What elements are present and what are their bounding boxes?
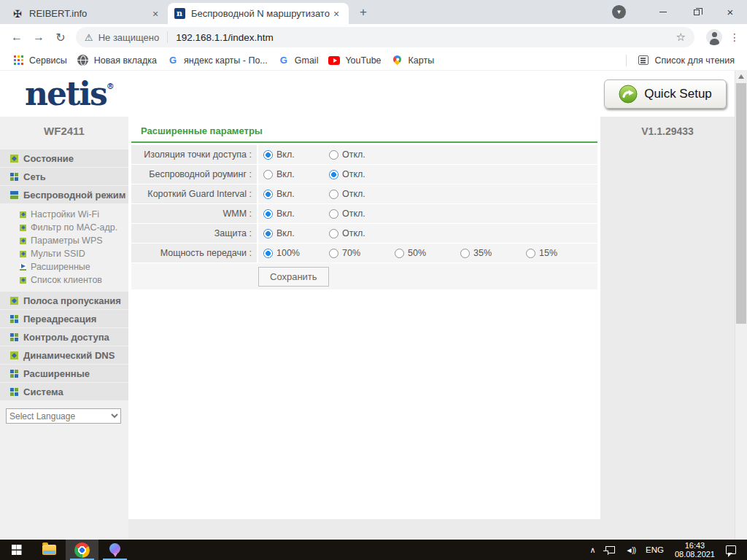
radio-selected-icon[interactable] (263, 209, 273, 219)
radio-selected-icon[interactable] (263, 249, 273, 258)
save-button[interactable]: Сохранить (258, 267, 329, 287)
radio-selected-icon[interactable] (263, 190, 273, 199)
radio-unselected-icon[interactable] (329, 209, 338, 219)
bookmark-maps[interactable]: Карты (387, 52, 440, 69)
bookmark-gmail[interactable]: G Gmail (273, 52, 324, 69)
browser-menu-icon[interactable]: ⋮ (729, 31, 740, 43)
setting-label: Короткий Guard Interval : (131, 184, 257, 203)
volume-icon[interactable]: ◄)) (620, 540, 640, 560)
sidebar-item[interactable]: Переадресация (0, 310, 128, 327)
clock[interactable]: 16:43 08.08.2021 (669, 541, 721, 559)
radio-option[interactable]: Вкл. (263, 209, 329, 219)
sidebar-item[interactable]: Сеть (0, 168, 128, 185)
address-bar[interactable]: ⚠ Не защищено 192.168.1.1/index.htm ☆ (76, 27, 694, 47)
radio-option[interactable]: Откл. (329, 149, 395, 160)
tab-close-icon[interactable]: × (149, 7, 162, 20)
language-select[interactable]: Select Language (6, 408, 121, 424)
tray-chevron-icon[interactable]: ∧ (584, 540, 600, 560)
restore-button[interactable] (680, 0, 713, 24)
radio-option[interactable]: Откл. (329, 189, 395, 199)
radio-selected-icon[interactable] (329, 170, 338, 179)
security-label[interactable]: Не защищено (98, 32, 160, 43)
action-center-icon[interactable] (721, 540, 741, 560)
page-scrollbar[interactable] (735, 71, 747, 540)
bookmark-star-icon[interactable]: ☆ (676, 31, 686, 44)
tab-router-active[interactable]: n Беспроводной N маршрутизатор × (168, 3, 349, 24)
radio-option[interactable]: 15% (526, 248, 592, 258)
setting-label: WMM : (131, 204, 257, 223)
radio-option[interactable]: Вкл. (263, 149, 329, 160)
sidebar-subitem[interactable]: Настройки Wi-Fi (0, 208, 128, 221)
diamond-icon (20, 225, 26, 231)
radio-option[interactable]: Вкл. (263, 189, 329, 199)
bookmark-yandex-maps[interactable]: G яндекс карты - По... (162, 52, 273, 69)
browser-update-icon[interactable]: ▼ (612, 5, 626, 19)
back-icon[interactable]: ← (6, 31, 28, 44)
radio-unselected-icon[interactable] (263, 170, 273, 179)
bookmark-new-tab[interactable]: Новая вкладка (72, 52, 162, 69)
radio-option[interactable]: 35% (460, 248, 526, 258)
address-divider (167, 31, 168, 43)
sidebar-item[interactable]: Состояние (0, 149, 128, 167)
tab-close-icon[interactable]: × (330, 7, 343, 20)
radio-option[interactable]: Вкл. (263, 228, 329, 238)
sidebar-item[interactable]: Контроль доступа (0, 328, 128, 346)
router-model: WF2411 (0, 117, 128, 149)
input-language[interactable]: ENG (640, 540, 669, 560)
close-button[interactable]: × (713, 0, 747, 24)
bars-icon (10, 191, 18, 199)
reading-list-icon (638, 55, 649, 66)
radio-unselected-icon[interactable] (329, 190, 338, 199)
sidebar-subitem[interactable]: Параметры WPS (0, 234, 128, 247)
not-secure-warning-icon[interactable]: ⚠ (85, 32, 93, 43)
bookmark-services[interactable]: Сервисы (7, 52, 72, 69)
radio-option[interactable]: 70% (329, 248, 395, 258)
file-explorer-button[interactable] (33, 540, 66, 560)
url-text[interactable]: 192.168.1.1/index.htm (176, 32, 676, 43)
sidebar-subitem[interactable]: Список клиентов (0, 273, 128, 287)
tab-reibert[interactable]: ✠ REIBERT.info × (6, 3, 168, 24)
sidebar-item[interactable]: Система (0, 383, 128, 400)
radio-option[interactable]: Откл. (329, 169, 395, 179)
bookmark-label: яндекс карты - По... (184, 55, 268, 66)
radio-unselected-icon[interactable] (460, 249, 470, 258)
radio-unselected-icon[interactable] (526, 249, 535, 258)
scrollbar-thumb[interactable] (736, 83, 746, 324)
scroll-up-icon[interactable] (738, 74, 744, 79)
pinned-app-button[interactable] (98, 540, 131, 560)
radio-option[interactable]: Вкл. (263, 169, 329, 179)
diamond-icon (10, 297, 18, 305)
forward-icon[interactable]: → (28, 31, 50, 44)
start-button[interactable] (0, 540, 33, 560)
radio-option[interactable]: Откл. (329, 228, 395, 238)
window-controls: ▼ × (612, 0, 747, 24)
sidebar-subitem[interactable]: Фильтр по MAC-адр. (0, 221, 128, 234)
radio-unselected-icon[interactable] (329, 229, 338, 238)
network-icon[interactable] (600, 540, 620, 560)
quick-setup-button[interactable]: Quick Setup (604, 79, 727, 109)
radio-unselected-icon[interactable] (329, 249, 338, 258)
radio-option[interactable]: 50% (395, 248, 460, 258)
sidebar-item[interactable]: Полоса пропускания (0, 292, 128, 309)
minimize-button[interactable] (646, 0, 680, 24)
bookmark-youtube[interactable]: YouTube (323, 52, 386, 69)
diamond-icon (20, 211, 26, 218)
radio-selected-icon[interactable] (263, 229, 273, 238)
radio-option[interactable]: 100% (263, 248, 329, 258)
sidebar-item[interactable]: Беспроводной режим (0, 186, 128, 203)
sidebar-item[interactable]: Расширенные (0, 365, 128, 382)
reload-icon[interactable]: ↻ (50, 31, 71, 44)
sidebar-item[interactable]: Динамический DNS (0, 346, 128, 364)
radio-unselected-icon[interactable] (395, 249, 404, 258)
sidebar-item-label: Расширенные (23, 368, 90, 379)
reading-list-button[interactable]: Список для чтения (632, 52, 740, 69)
sidebar-subitem[interactable]: Мульти SSID (0, 247, 128, 260)
sidebar-subitem[interactable]: Расширенные (0, 260, 128, 273)
radio-selected-icon[interactable] (263, 150, 273, 160)
radio-unselected-icon[interactable] (329, 150, 338, 160)
radio-option[interactable]: Откл. (329, 209, 395, 219)
profile-avatar[interactable] (706, 29, 722, 45)
chrome-taskbar-button[interactable] (66, 540, 98, 560)
setting-label: Беспроводной роуминг : (131, 165, 257, 184)
new-tab-button[interactable]: + (353, 2, 374, 23)
